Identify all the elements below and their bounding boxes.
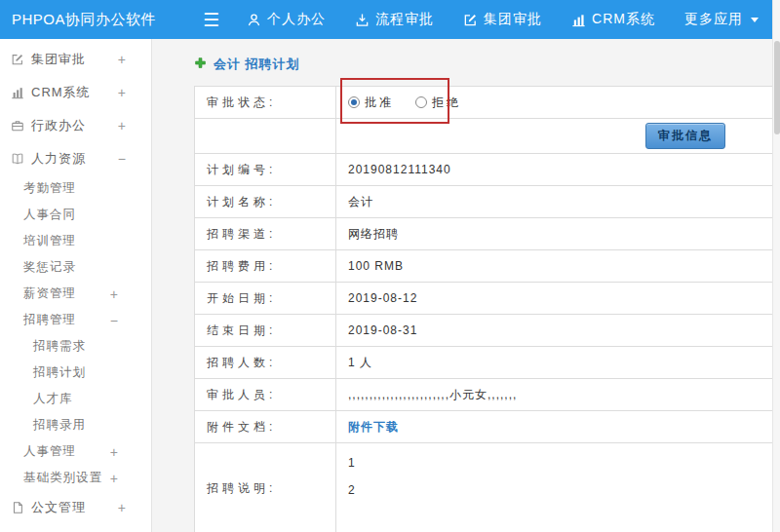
field-label: 附件文档: bbox=[195, 411, 336, 442]
field-value: 2019-08-31 bbox=[336, 315, 776, 346]
radio-approve[interactable]: 批准 bbox=[348, 95, 394, 111]
field-label: 结束日期: bbox=[195, 315, 336, 346]
row-approval-status: 审批状态: 批准 拒绝 bbox=[195, 87, 776, 119]
field-label: 审批人员: bbox=[195, 379, 336, 410]
nav-label: CRM系统 bbox=[592, 11, 655, 28]
caret-down-icon bbox=[751, 18, 759, 22]
radio-button-icon[interactable] bbox=[415, 96, 427, 108]
top-navigation: 个人办公 流程审批 集团审批 CRM系统 更多应用 bbox=[247, 11, 780, 28]
sidebar-item-group-approval[interactable]: 集团审批 + bbox=[0, 43, 151, 76]
nav-group-approval[interactable]: 集团审批 bbox=[463, 11, 542, 28]
sidebar-item-salary[interactable]: 薪资管理 + bbox=[0, 281, 151, 307]
edit-square-icon bbox=[10, 52, 25, 67]
sidebar-item-recruit-hire[interactable]: 招聘录用 bbox=[0, 412, 151, 438]
row-recruit-channel: 招聘渠道: 网络招聘 bbox=[195, 218, 776, 250]
collapse-icon[interactable]: − bbox=[118, 152, 126, 166]
row-plan-number: 计划编号: 20190812111340 bbox=[195, 154, 776, 186]
attachment-download-link[interactable]: 附件下载 bbox=[348, 419, 399, 436]
row-end-date: 结束日期: 2019-08-31 bbox=[195, 315, 776, 347]
nav-label: 更多应用 bbox=[684, 11, 743, 28]
field-value: 1 2 bbox=[336, 443, 776, 532]
collapse-icon[interactable]: − bbox=[110, 314, 118, 327]
row-start-date: 开始日期: 2019-08-12 bbox=[195, 283, 776, 315]
nav-label: 个人办公 bbox=[267, 11, 326, 28]
radio-label: 拒绝 bbox=[432, 95, 461, 111]
document-icon bbox=[10, 500, 25, 515]
row-recruit-fee: 招聘费用: 100 RMB bbox=[195, 250, 776, 283]
nav-more-apps[interactable]: 更多应用 bbox=[684, 11, 759, 28]
field-label: 招聘渠道: bbox=[195, 218, 336, 249]
row-description: 招聘说明: 1 2 bbox=[195, 443, 776, 532]
sidebar-item-attendance[interactable]: 考勤管理 bbox=[0, 175, 151, 202]
sidebar-item-rewards[interactable]: 奖惩记录 bbox=[0, 254, 151, 281]
sidebar-item-personnel-mgmt[interactable]: 人事管理 + bbox=[0, 438, 151, 465]
nav-label: 流程审批 bbox=[375, 11, 434, 28]
sidebar-item-hr[interactable]: 人力资源 − bbox=[0, 142, 151, 175]
sidebar-item-recruit-demand[interactable]: 招聘需求 bbox=[0, 333, 151, 360]
row-approval-action: 审批信息 bbox=[195, 119, 776, 154]
field-label: 开始日期: bbox=[195, 283, 336, 314]
nav-personal-office[interactable]: 个人办公 bbox=[247, 11, 326, 28]
expand-icon[interactable]: + bbox=[118, 501, 126, 514]
edit-square-icon bbox=[463, 13, 478, 27]
sidebar-item-training[interactable]: 培训管理 bbox=[0, 228, 151, 254]
field-label-empty bbox=[195, 119, 336, 153]
breadcrumb: 会计 招聘计划 bbox=[194, 56, 780, 73]
sidebar-item-recruit-plan[interactable]: 招聘计划 bbox=[0, 360, 151, 386]
recruit-plan-detail-table: 审批状态: 批准 拒绝 审批信息 bbox=[194, 86, 777, 532]
process-icon bbox=[355, 13, 370, 27]
sidebar-item-talent-pool[interactable]: 人才库 bbox=[0, 386, 151, 412]
approval-action-cell: 审批信息 bbox=[336, 119, 776, 153]
sidebar-item-recruit-mgmt[interactable]: 招聘管理 − bbox=[0, 307, 151, 333]
scrollbar-thumb[interactable] bbox=[774, 41, 780, 134]
nav-process-approval[interactable]: 流程审批 bbox=[355, 11, 434, 28]
field-label: 招聘说明: bbox=[195, 443, 336, 532]
field-value: 2019-08-12 bbox=[336, 283, 776, 314]
field-label: 审批状态: bbox=[195, 87, 336, 118]
field-label: 计划编号: bbox=[195, 154, 336, 185]
field-value: 20190812111340 bbox=[336, 154, 776, 185]
field-value: 网络招聘 bbox=[336, 218, 776, 249]
expand-icon[interactable]: + bbox=[118, 119, 126, 133]
sidebar-item-personnel-contract[interactable]: 人事合同 bbox=[0, 202, 151, 228]
field-value: ,,,,,,,,,,,,,,,,,,,,,,,,小元女,,,,,,, bbox=[336, 379, 776, 410]
row-plan-name: 计划名称: 会计 bbox=[195, 186, 776, 218]
expand-icon[interactable]: + bbox=[118, 86, 126, 99]
topbar: PHPOA协同办公软件 ☰ 个人办公 流程审批 集团审批 CRM系统 更多应用 bbox=[0, 0, 780, 39]
menu-icon[interactable]: ☰ bbox=[203, 11, 219, 29]
book-icon bbox=[10, 151, 25, 167]
sidebar-item-admin-office[interactable]: 行政办公 + bbox=[0, 109, 151, 142]
sidebar-item-vehicle[interactable]: 用车管理 + bbox=[0, 524, 151, 532]
expand-icon[interactable]: + bbox=[110, 472, 118, 485]
row-attachment: 附件文档: 附件下载 bbox=[195, 411, 776, 443]
radio-label: 批准 bbox=[365, 95, 394, 111]
sidebar-item-base-category[interactable]: 基础类别设置 + bbox=[0, 465, 151, 491]
row-headcount: 招聘人数: 1 人 bbox=[195, 347, 776, 379]
row-approvers: 审批人员: ,,,,,,,,,,,,,,,,,,,,,,,,小元女,,,,,,, bbox=[195, 379, 776, 411]
expand-icon[interactable]: + bbox=[118, 53, 126, 66]
field-value: 100 RMB bbox=[336, 250, 776, 282]
expand-icon[interactable]: + bbox=[110, 287, 118, 301]
field-label: 计划名称: bbox=[195, 186, 336, 217]
nav-crm-system[interactable]: CRM系统 bbox=[571, 11, 655, 28]
radio-reject[interactable]: 拒绝 bbox=[415, 95, 461, 111]
vertical-scrollbar bbox=[772, 0, 780, 532]
sidebar: 集团审批 + CRM系统 + 行政办公 + 人力资源 − 考勤管理 人事合同 培… bbox=[0, 39, 152, 532]
field-label: 招聘费用: bbox=[195, 250, 336, 282]
sidebar-item-crm[interactable]: CRM系统 + bbox=[0, 76, 151, 109]
approval-info-button[interactable]: 审批信息 bbox=[645, 123, 725, 149]
field-value: 会计 bbox=[336, 186, 776, 217]
add-plus-icon bbox=[194, 57, 207, 72]
bar-chart-icon bbox=[10, 85, 25, 100]
field-value: 附件下载 bbox=[336, 411, 776, 442]
nav-label: 集团审批 bbox=[484, 11, 542, 28]
field-value: 1 人 bbox=[336, 347, 776, 378]
radio-button-icon[interactable] bbox=[348, 96, 360, 108]
approval-status-radios: 批准 拒绝 bbox=[336, 87, 776, 118]
sidebar-item-documents[interactable]: 公文管理 + bbox=[0, 491, 151, 524]
app-title: PHPOA协同办公软件 bbox=[12, 11, 156, 29]
briefcase-icon bbox=[10, 118, 25, 133]
expand-icon[interactable]: + bbox=[110, 445, 118, 459]
page-title: 会计 招聘计划 bbox=[214, 56, 300, 73]
main-content: 会计 招聘计划 审批状态: 批准 拒绝 bbox=[152, 39, 780, 532]
